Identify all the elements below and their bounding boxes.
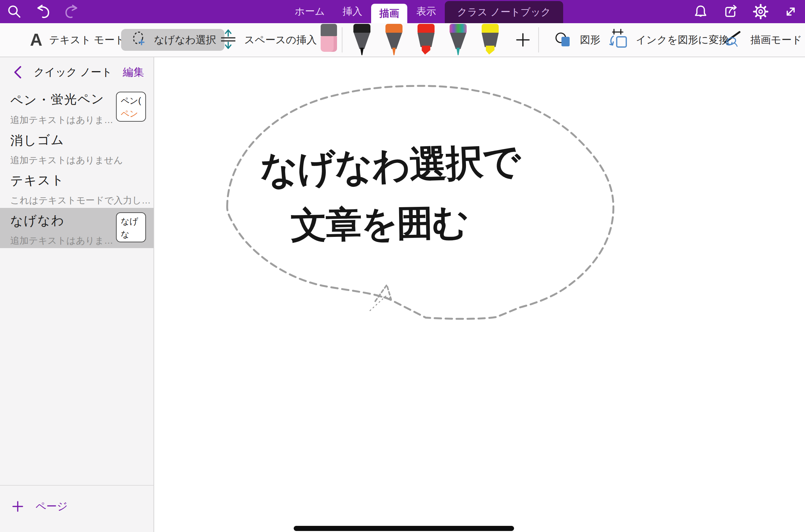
plus-icon [12,500,24,513]
toolbar-divider [342,27,342,52]
ink-to-shape-icon [608,28,629,52]
top-app-bar: ホーム 挿入 描画 表示 クラス ノートブック [0,0,805,23]
red-highlighter-cone [418,33,435,47]
rainbow-pen-cone [450,33,467,49]
yellow-highlighter[interactable] [482,24,499,55]
page-title: 消しゴム [10,130,154,149]
thumbnail-ink-line: 文章を [121,241,145,242]
red-highlighter-tip [421,46,431,55]
thumbnail-ink-line: ペン( [121,94,145,107]
yellow-highlighter-cone [482,33,499,47]
insert-space-icon [219,29,237,51]
orange-pen[interactable] [385,24,402,55]
tab-home[interactable]: ホーム [286,0,334,23]
notebook-section-title: クイック ノート [23,65,123,79]
black-pen-cap [353,24,370,33]
page-item-eraser[interactable]: 消しゴム 追加テキストはありません [0,127,153,168]
page-thumbnail: なげな 文章を [116,212,146,242]
shapes-button[interactable]: 図形 [553,23,600,57]
toolbar-divider [538,27,539,52]
insert-space-label: スペースの挿入 [244,33,317,47]
topbar-left-icons [6,0,80,23]
drawing-canvas[interactable]: なげなわ選択で 文章を囲む [154,57,805,532]
home-indicator-bar[interactable] [294,526,514,531]
text-mode-label: テキスト モード [49,33,125,47]
back-chevron-icon[interactable] [12,65,23,80]
eraser-bottom [321,36,337,52]
tab-view[interactable]: 表示 [407,0,445,23]
page-subtitle: これはテキストモードで入力し… [10,194,153,207]
page-thumbnail: ペン( ペン [116,92,146,122]
yellow-highlighter-tip [485,46,495,55]
yellow-highlighter-cap [482,24,499,33]
orange-pen-cone [385,33,402,49]
shapes-icon [553,29,573,50]
fullscreen-expand-icon[interactable] [782,3,799,20]
undo-icon[interactable] [35,3,51,20]
black-pen-cone [353,33,370,49]
lasso-select-button[interactable]: なげなわ選択 [121,29,224,51]
insert-space-button[interactable]: スペースの挿入 [219,23,317,57]
text-mode-a-icon: A [30,31,42,48]
eraser-tool[interactable] [321,24,337,52]
rainbow-pen[interactable] [450,24,467,55]
ribbon-tabs: ホーム 挿入 描画 表示 クラス ノートブック [286,0,563,23]
red-highlighter[interactable] [418,24,435,55]
sidebar-footer: ページ [0,485,153,532]
thumbnail-ink-line: なげな [121,215,145,241]
rainbow-pen-cap [450,24,467,33]
black-pen[interactable] [353,24,370,55]
text-mode-button[interactable]: A テキスト モード [30,23,125,57]
pen-set [353,24,499,55]
page-subtitle: 追加テキストはありません [10,154,153,166]
page-list-sidebar: クイック ノート 編集 ペン・蛍光ペン 追加テキストはありま… ペン( ペン 消… [0,57,154,532]
tab-class-notebook[interactable]: クラス ノートブック [445,1,563,23]
page-item-lasso[interactable]: なげなわ 追加テキストはありま… なげな 文章を [0,208,153,248]
sidebar-header: クイック ノート 編集 [0,57,153,87]
lasso-select-label: なげなわ選択 [154,33,216,47]
search-icon[interactable] [6,3,23,20]
orange-pen-cap [385,24,402,33]
ink-to-shape-button[interactable]: インクを図形に変換 [608,23,729,57]
lasso-selection-outline [154,57,805,532]
share-icon[interactable] [722,3,739,20]
draw-mode-hand-pen-icon [722,29,744,51]
add-pen-button[interactable] [511,23,535,57]
lasso-icon [129,30,148,50]
notifications-bell-icon[interactable] [692,3,709,20]
page-item-text[interactable]: テキスト これはテキストモードで入力し… [0,168,153,208]
draw-mode-button[interactable]: 描画モード [722,23,802,57]
drawing-toolbar: A テキスト モード なげなわ選択 スペースの挿入 図形 [0,23,805,57]
ink-to-shape-label: インクを図形に変換 [636,33,729,47]
add-page-button[interactable]: ページ [12,499,68,514]
handwritten-ink-line-1: なげなわ選択で [259,136,521,196]
page-title: テキスト [10,170,154,189]
settings-gear-icon[interactable] [752,3,769,20]
thumbnail-ink-line: ペン [121,107,145,120]
eraser-top [321,24,337,36]
topbar-right-icons [692,0,799,23]
page-item-pen-highlighter[interactable]: ペン・蛍光ペン 追加テキストはありま… ペン( ペン [0,87,153,127]
draw-mode-label: 描画モード [750,33,802,47]
shapes-label: 図形 [580,33,600,47]
redo-icon[interactable] [63,3,80,20]
red-highlighter-cap [418,24,435,33]
tab-insert[interactable]: 挿入 [334,0,371,23]
tab-draw[interactable]: 描画 [371,4,407,23]
add-page-label: ページ [35,499,68,514]
edit-button[interactable]: 編集 [123,65,144,79]
handwritten-ink-line-2: 文章を囲む [290,198,468,250]
